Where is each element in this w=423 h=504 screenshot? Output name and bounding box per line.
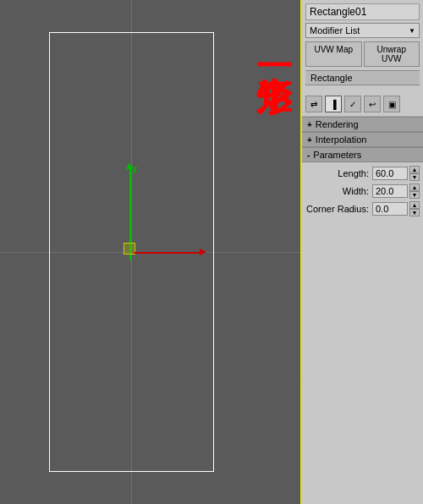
x-axis <box>134 252 201 254</box>
rendering-section-bar[interactable]: + Rendering <box>302 117 423 132</box>
dropdown-arrow-icon: ▼ <box>409 27 415 35</box>
width-spinner: ▲ ▼ <box>409 184 420 199</box>
rendering-toggle: + <box>307 120 312 129</box>
move-tool-icon[interactable]: ⇄ <box>305 96 322 112</box>
corner-radius-spin-up[interactable]: ▲ <box>409 201 420 209</box>
viewport[interactable]: y 一个矩形 <box>0 0 300 504</box>
length-spinner: ▲ ▼ <box>409 166 420 181</box>
width-label: Width: <box>343 186 369 196</box>
corner-radius-spinner: ▲ ▼ <box>409 201 420 216</box>
length-input[interactable] <box>372 167 408 180</box>
width-spin-up[interactable]: ▲ <box>409 184 420 191</box>
object-title: Rectangle01 <box>305 3 420 20</box>
corner-radius-input[interactable] <box>372 202 408 216</box>
unwrap-uvw-button[interactable]: Unwrap UVW <box>364 41 420 67</box>
rectangle-label: Rectangle <box>310 73 353 83</box>
length-row: Length: ▲ ▼ <box>305 166 420 181</box>
rendering-label: Rendering <box>316 119 359 129</box>
parameters-section: Length: ▲ ▼ Width: ▲ ▼ Corner Radius: ▲ … <box>302 162 423 504</box>
width-input[interactable] <box>372 184 408 198</box>
modifier-list-label: Modifier List <box>310 25 360 36</box>
chinese-annotation: 一个矩形 <box>256 47 292 53</box>
rectangle-label-bar: Rectangle <box>305 70 420 85</box>
y-axis-label: y <box>132 163 137 173</box>
scale-tool-icon[interactable]: ✓ <box>344 96 361 112</box>
length-spin-up[interactable]: ▲ <box>409 166 420 173</box>
corner-radius-label: Corner Radius: <box>306 204 369 214</box>
corner-radius-row: Corner Radius: ▲ ▼ <box>305 201 420 216</box>
link-tool-icon[interactable]: ↩ <box>364 96 381 112</box>
corner-radius-spin-down[interactable]: ▼ <box>409 209 420 216</box>
length-label: Length: <box>338 168 369 178</box>
uvw-map-button[interactable]: UVW Map <box>305 41 362 67</box>
interpolation-toggle: + <box>307 135 312 145</box>
modifier-list-dropdown[interactable]: Modifier List ▼ <box>305 23 420 38</box>
interpolation-section-bar[interactable]: + Interpolation <box>302 132 423 147</box>
toolbar-area: ⇄ ▐ ✓ ↩ ▣ <box>302 92 423 117</box>
parameters-label: Parameters <box>313 150 361 160</box>
camera-tool-icon[interactable]: ▣ <box>383 96 400 112</box>
rotate-tool-icon[interactable]: ▐ <box>325 96 342 112</box>
width-spin-down[interactable]: ▼ <box>409 191 420 199</box>
parameters-toggle: - <box>307 151 310 160</box>
right-panel: Rectangle01 Modifier List ▼ UVW Map Unwr… <box>300 0 423 504</box>
interpolation-label: Interpolation <box>316 134 367 145</box>
panel-top: Rectangle01 Modifier List ▼ UVW Map Unwr… <box>302 0 423 92</box>
length-spin-down[interactable]: ▼ <box>409 173 420 181</box>
x-axis-arrow <box>200 249 206 255</box>
parameters-section-bar[interactable]: - Parameters <box>302 147 423 162</box>
modifier-buttons-row: UVW Map Unwrap UVW <box>305 41 420 67</box>
width-row: Width: ▲ ▼ <box>305 184 420 199</box>
